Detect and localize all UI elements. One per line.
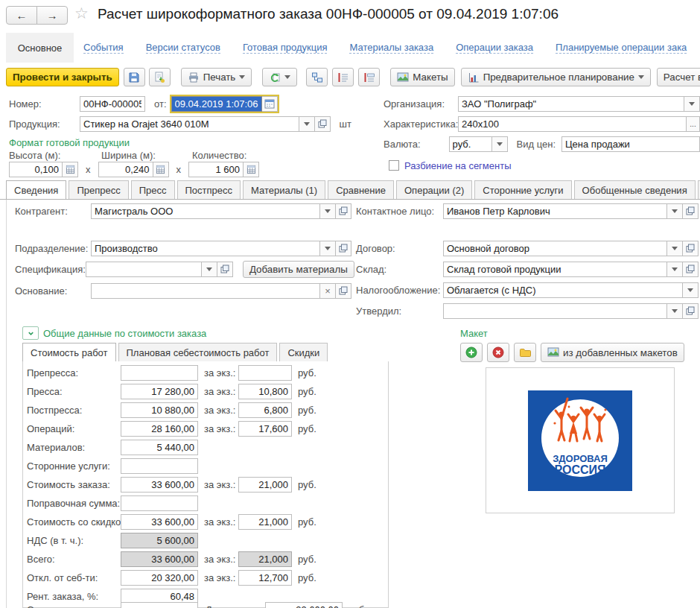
cost-section-title[interactable]: Общие данные по стоимости заказа [43,328,206,339]
cost-per-input[interactable] [238,421,292,437]
approved-open-icon[interactable] [683,303,699,319]
characteristic-more-button[interactable]: ... [687,116,700,132]
contact-dropdown-icon[interactable] [667,203,683,219]
structure-button[interactable] [306,68,328,86]
nav-planned-operations[interactable]: Планируемые операции зака [556,42,687,54]
cost-per-input[interactable] [238,570,292,586]
contractor-open-icon[interactable] [336,203,351,219]
cost-tab-works[interactable]: Стоимость работ [22,343,116,362]
cost-tab-planned[interactable]: Плановая себестоимость работ [118,343,278,361]
cost-total-input[interactable] [121,421,198,437]
tab-svedeniya[interactable]: Сведения [6,180,66,200]
maket-from-added-button[interactable]: из добавленных макетов [541,343,684,362]
characteristic-input[interactable] [458,116,687,132]
segments-checkbox[interactable] [389,160,399,171]
tab-press[interactable]: Пресс [131,180,175,199]
cost-total-input[interactable] [121,570,198,586]
basis-open-icon[interactable] [336,283,351,299]
debt-input[interactable] [265,602,343,608]
maket-delete-button[interactable] [487,343,509,362]
cost-section-collapse-button[interactable] [22,326,39,340]
calendar-icon[interactable] [262,96,278,112]
nav-order-operations[interactable]: Операции заказа [456,42,533,54]
cost-total-input[interactable] [121,402,198,418]
calc-order-button[interactable]: Расчет всего заказа [657,68,700,86]
add-materials-button[interactable]: Добавить материалы [243,261,354,278]
cost-per-input[interactable] [238,514,292,530]
back-button[interactable]: ← [6,6,37,25]
specification-input[interactable] [86,262,202,277]
nav-finished-products[interactable]: Готовая продукция [243,42,328,54]
warehouse-open-icon[interactable] [683,262,699,277]
numbered-list-button[interactable] [332,68,354,86]
organization-input[interactable] [458,96,684,112]
preplanning-button[interactable]: Предварительное планирование [461,68,651,86]
tab-operations[interactable]: Операции (2) [396,180,472,199]
save-button[interactable] [124,68,145,86]
tab-summary[interactable]: Обобщенные сведения [574,180,696,199]
approved-dropdown-icon[interactable] [667,303,683,319]
cost-per-input[interactable] [238,477,292,493]
product-open-icon[interactable] [315,116,331,132]
cost-total-input[interactable] [121,384,198,399]
contract-open-icon[interactable] [683,241,699,256]
tab-comparison[interactable]: Сравнение [328,180,394,199]
currency-dropdown-icon[interactable] [492,136,508,152]
date-input[interactable] [171,96,262,112]
create-based-on-button[interactable] [262,68,297,86]
cost-per-input[interactable] [238,384,292,399]
approved-input[interactable] [443,303,667,319]
cost-tab-discounts[interactable]: Скидки [279,343,328,361]
cost-total-input[interactable] [121,477,198,493]
print-button[interactable]: Печать [181,68,252,86]
height-calc-icon[interactable] [63,162,78,177]
width-input[interactable] [98,162,153,177]
cost-total-input[interactable] [121,365,198,381]
contractor-input[interactable] [91,203,320,219]
nav-main-tab[interactable]: Основное [6,33,74,63]
forward-button[interactable]: → [36,6,68,25]
contractor-dropdown-icon[interactable] [320,203,336,219]
height-input[interactable] [9,162,63,177]
maket-add-button[interactable] [460,343,483,362]
department-open-icon[interactable] [336,241,351,256]
tab-prepress[interactable]: Препресс [69,180,128,199]
favorite-star-icon[interactable]: ☆ [74,4,89,22]
contract-dropdown-icon[interactable] [667,241,683,256]
maket-open-file-button[interactable] [514,343,536,362]
nav-order-materials[interactable]: Материалы заказа [349,42,433,54]
tax-input[interactable] [443,282,683,298]
contact-open-icon[interactable] [683,203,699,219]
basis-input[interactable] [91,283,320,299]
specification-dropdown-icon[interactable] [202,262,217,277]
cost-per-input[interactable] [238,365,292,381]
tab-materials[interactable]: Материалы (1) [243,180,325,199]
department-dropdown-icon[interactable] [320,241,336,256]
cost-total-input[interactable] [121,495,198,511]
tab-external-services[interactable]: Сторонние услуги [474,180,571,199]
nav-events[interactable]: События [83,42,124,54]
ruler-list-button[interactable] [358,68,380,86]
qty-input[interactable] [188,162,244,177]
tab-postpress[interactable]: Постпресс [177,180,241,199]
cost-per-input[interactable] [238,402,292,418]
basis-clear-icon[interactable]: × [320,283,336,299]
product-input[interactable] [80,116,299,132]
organization-dropdown-icon[interactable] [684,96,700,112]
currency-input[interactable] [449,136,492,152]
cost-total-input[interactable] [121,440,198,455]
width-calc-icon[interactable] [153,162,169,177]
product-dropdown-icon[interactable] [299,116,315,132]
post-document-button[interactable] [149,68,171,86]
cost-total-input[interactable] [121,602,198,608]
cost-total-input[interactable] [121,514,198,530]
cost-total-input[interactable] [121,458,198,474]
contact-input[interactable] [443,203,667,219]
qty-calc-icon[interactable] [244,162,259,177]
contract-input[interactable] [443,241,667,256]
number-input[interactable] [80,96,145,112]
department-input[interactable] [91,241,320,256]
warehouse-dropdown-icon[interactable] [667,262,683,277]
tax-dropdown-icon[interactable] [683,282,699,298]
nav-status-versions[interactable]: Версии статусов [146,42,220,54]
